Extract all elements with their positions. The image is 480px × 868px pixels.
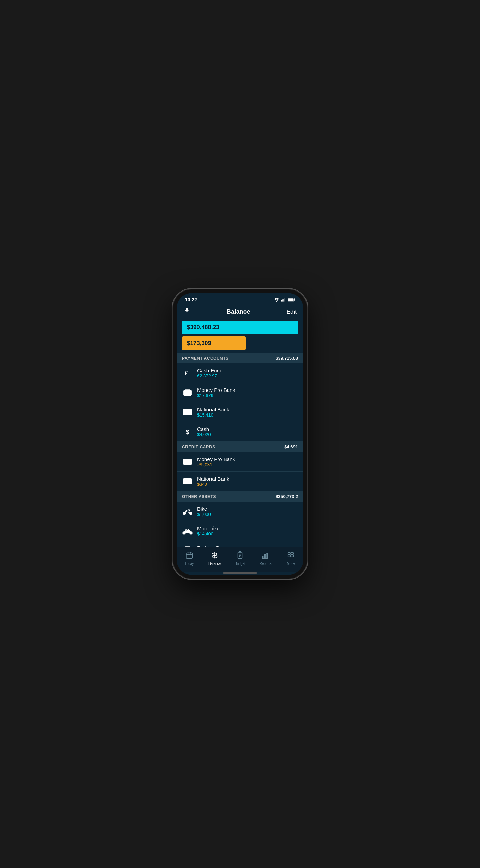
money-pro-bank-credit-info: Money Pro Bank -$5,031 — [197, 456, 235, 467]
wallet-icon — [182, 387, 193, 398]
payment-accounts-title: PAYMENT ACCOUNTS — [182, 356, 229, 361]
bike-icon — [182, 506, 193, 517]
edit-button[interactable]: Edit — [287, 309, 297, 315]
euro-icon: € — [182, 368, 193, 379]
accounts-content: PAYMENT ACCOUNTS $39,715.03 € Cash Euro … — [177, 353, 303, 547]
credit-cards-total: -$4,691 — [283, 444, 298, 449]
motorbike-info: Motorbike $14,400 — [197, 525, 220, 536]
svg-rect-18 — [184, 482, 187, 483]
svg-rect-2 — [282, 299, 283, 301]
more-icon — [287, 551, 295, 561]
cash-amount: $4,020 — [197, 432, 211, 437]
svg-rect-12 — [183, 409, 192, 415]
list-item[interactable]: Motorbike $14,400 — [177, 521, 303, 541]
money-pro-bank-payment-amount: $17,679 — [197, 393, 235, 398]
national-bank-payment-info: National Bank $15,410 — [197, 407, 229, 418]
national-bank-credit-name: National Bank — [197, 476, 229, 482]
national-bank-credit-info: National Bank $340 — [197, 476, 229, 487]
money-pro-bank-credit-amount: -$5,031 — [197, 462, 235, 467]
svg-rect-13 — [184, 413, 187, 413]
battery-icon — [288, 298, 295, 302]
list-item[interactable]: $ Cash $4,020 — [177, 422, 303, 442]
today-icon: 1 — [185, 551, 193, 561]
svg-text:€: € — [185, 370, 188, 377]
national-bank-credit-amount: $340 — [197, 482, 229, 487]
svg-point-0 — [276, 301, 277, 302]
cash-info: Cash $4,020 — [197, 426, 211, 437]
motorbike-icon — [182, 525, 193, 536]
budget-icon — [236, 551, 244, 561]
svg-rect-48 — [291, 553, 293, 555]
card-icon — [182, 407, 193, 418]
page-title: Balance — [227, 308, 250, 315]
cash-euro-amount: €2,372.97 — [197, 373, 221, 379]
svg-rect-6 — [294, 299, 295, 300]
list-item[interactable]: Money Pro Bank -$5,031 — [177, 452, 303, 472]
svg-rect-16 — [184, 462, 187, 463]
svg-text:$: $ — [186, 429, 189, 435]
tab-bar: 1 Today Balance — [177, 547, 303, 572]
list-item[interactable]: National Bank $340 — [177, 472, 303, 491]
svg-rect-1 — [281, 300, 282, 301]
svg-text:1: 1 — [188, 555, 190, 558]
cash-euro-info: Cash Euro €2,372.97 — [197, 368, 221, 379]
credit-cards-title: CREDIT CARDS — [182, 445, 215, 449]
tab-balance[interactable]: Balance — [202, 550, 227, 566]
reports-icon — [262, 551, 269, 561]
svg-rect-43 — [263, 556, 264, 558]
svg-rect-8 — [184, 313, 190, 313]
bike-name: Bike — [197, 506, 211, 512]
phone-screen: 10:22 — [177, 293, 303, 575]
svg-rect-15 — [183, 459, 192, 464]
list-item[interactable]: National Bank $15,410 — [177, 402, 303, 422]
motorbike-name: Motorbike — [197, 525, 220, 531]
tab-reports[interactable]: Reports — [253, 550, 278, 566]
total-balance-bar[interactable]: $390,488.23 — [182, 321, 298, 334]
list-item[interactable]: Money Pro Bank $17,679 — [177, 383, 303, 402]
balance-bars: $390,488.23 $173,309 — [177, 321, 303, 353]
status-icons — [274, 298, 295, 302]
svg-rect-9 — [184, 314, 190, 314]
national-bank-payment-amount: $15,410 — [197, 412, 229, 418]
reports-label: Reports — [259, 562, 271, 566]
signal-icon — [281, 298, 286, 302]
tab-more[interactable]: More — [278, 550, 303, 566]
card-icon — [182, 456, 193, 467]
tab-today[interactable]: 1 Today — [177, 550, 202, 566]
svg-rect-44 — [264, 554, 266, 558]
bike-info: Bike $1,000 — [197, 506, 211, 517]
phone-frame: 10:22 — [173, 289, 307, 579]
wifi-icon — [274, 298, 279, 302]
dollar-icon: $ — [182, 426, 193, 437]
svg-rect-17 — [183, 479, 192, 484]
svg-rect-4 — [284, 298, 285, 302]
card-icon — [182, 476, 193, 487]
today-label: Today — [185, 562, 194, 566]
money-pro-bank-payment-info: Money Pro Bank $17,679 — [197, 387, 235, 398]
svg-rect-11 — [184, 390, 191, 395]
svg-rect-50 — [291, 555, 293, 557]
list-item[interactable]: Bike $1,000 — [177, 502, 303, 521]
svg-rect-49 — [288, 555, 290, 557]
svg-rect-3 — [283, 299, 284, 301]
payment-accounts-header: PAYMENT ACCOUNTS $39,715.03 — [177, 353, 303, 363]
credit-cards-header: CREDIT CARDS -$4,691 — [177, 442, 303, 452]
money-pro-bank-payment-name: Money Pro Bank — [197, 387, 235, 393]
home-indicator — [223, 572, 257, 574]
cash-name: Cash — [197, 426, 211, 432]
national-bank-payment-name: National Bank — [197, 407, 229, 412]
list-item[interactable]: € Cash Euro €2,372.97 — [177, 363, 303, 383]
other-assets-total: $350,773.2 — [276, 494, 298, 499]
secondary-balance-bar[interactable]: $173,309 — [182, 336, 246, 350]
bike-amount: $1,000 — [197, 512, 211, 517]
app-header: Balance Edit — [177, 305, 303, 321]
payment-accounts-total: $39,715.03 — [276, 356, 298, 361]
list-item[interactable]: Parking Place $8,900 — [177, 541, 303, 547]
money-pro-bank-credit-name: Money Pro Bank — [197, 456, 235, 462]
tab-budget[interactable]: Budget — [227, 550, 253, 566]
svg-point-21 — [189, 509, 190, 510]
download-button[interactable] — [183, 307, 190, 317]
balance-label: Balance — [208, 562, 221, 566]
other-assets-header: OTHER ASSETS $350,773.2 — [177, 491, 303, 502]
budget-label: Budget — [235, 562, 245, 566]
